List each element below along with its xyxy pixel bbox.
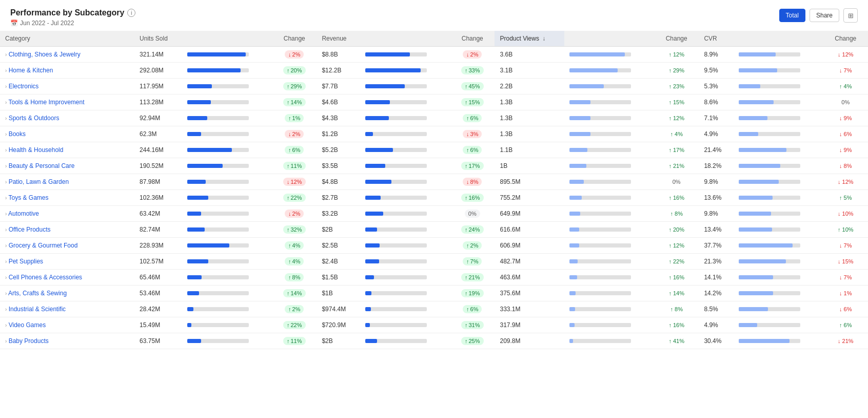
revenue-bar xyxy=(360,79,450,94)
cvr-change-text: ↓ 10% xyxy=(823,206,868,222)
col-header-product-views[interactable]: Product Views ↓ xyxy=(495,31,564,47)
units-sold-bar xyxy=(182,301,272,317)
cvr-change-text: ↓ 12% xyxy=(823,47,868,63)
revenue-value: $4.6B xyxy=(317,94,360,110)
table-row: › Office Products 82.74M ↑ 32% $2B ↑ 24%… xyxy=(0,222,868,238)
revenue-value: $3.2B xyxy=(317,206,360,222)
revenue-change-badge: ↑ 2% xyxy=(450,238,495,254)
cvr-change-text: ↓ 6% xyxy=(823,301,868,317)
cvr-change-text: ↓ 7% xyxy=(823,270,868,286)
arrow-down-icon: ↓ xyxy=(287,179,290,185)
category-cell[interactable]: › Sports & Outdoors xyxy=(0,110,134,126)
cvr-value: 9.8% xyxy=(699,174,733,190)
category-cell[interactable]: › Patio, Lawn & Garden xyxy=(0,174,134,190)
revenue-change-badge: ↑ 24% xyxy=(450,222,495,238)
table-row: › Arts, Crafts & Sewing 53.46M ↑ 14% $1B… xyxy=(0,286,868,301)
arrow-down-icon: ↓ xyxy=(288,211,291,217)
category-cell[interactable]: › Clothing, Shoes & Jewelry xyxy=(0,47,134,63)
chevron-right-icon: › xyxy=(5,338,7,344)
cvr-change-text: ↓ 21% xyxy=(823,333,868,349)
category-cell[interactable]: › Home & Kitchen xyxy=(0,63,134,79)
revenue-bar xyxy=(360,142,450,158)
units-sold-value: 113.28M xyxy=(134,94,182,110)
product-views-bar xyxy=(564,222,654,238)
units-sold-value: 92.94M xyxy=(134,110,182,126)
units-change-badge: ↑ 1% xyxy=(272,110,317,126)
cvr-change-text: ↓ 8% xyxy=(823,158,868,174)
revenue-bar xyxy=(360,47,450,63)
arrow-up-icon: ↑ xyxy=(288,115,291,121)
cvr-change-text: ↑ 4% xyxy=(823,79,868,94)
cvr-bar xyxy=(734,333,823,349)
units-change-badge: ↑ 29% xyxy=(272,79,317,94)
cvr-value: 7.1% xyxy=(699,110,733,126)
chevron-right-icon: › xyxy=(5,68,7,73)
cvr-value: 8.6% xyxy=(699,94,733,110)
category-cell[interactable]: › Cell Phones & Accessories xyxy=(0,270,134,286)
category-cell[interactable]: › Office Products xyxy=(0,222,134,238)
pv-change-text: ↑ 16% xyxy=(654,190,699,206)
units-change-badge: ↑ 11% xyxy=(272,333,317,349)
category-cell[interactable]: › Industrial & Scientific xyxy=(0,301,134,317)
units-sold-bar xyxy=(182,126,272,142)
revenue-bar xyxy=(360,254,450,270)
cvr-change-text: ↓ 1% xyxy=(823,286,868,301)
category-cell[interactable]: › Baby Products xyxy=(0,333,134,349)
units-sold-bar xyxy=(182,79,272,94)
chevron-right-icon: › xyxy=(5,147,7,153)
revenue-change-badge: ↑ 33% xyxy=(450,63,495,79)
chevron-right-icon: › xyxy=(5,163,7,169)
table-row: › Tools & Home Improvement 113.28M ↑ 14%… xyxy=(0,94,868,110)
arrow-down-icon: ↓ xyxy=(288,131,291,137)
category-cell[interactable]: › Pet Supplies xyxy=(0,254,134,270)
cvr-bar xyxy=(734,110,823,126)
cvr-bar xyxy=(734,63,823,79)
units-sold-value: 87.98M xyxy=(134,174,182,190)
chevron-right-icon: › xyxy=(5,131,7,137)
product-views-value: 1.3B xyxy=(495,110,564,126)
chevron-right-icon: › xyxy=(5,227,7,233)
units-sold-bar xyxy=(182,94,272,110)
chevron-right-icon: › xyxy=(5,211,7,217)
revenue-value: $2.7B xyxy=(317,190,360,206)
arrow-up-icon: ↑ xyxy=(287,83,290,89)
category-cell[interactable]: › Beauty & Personal Care xyxy=(0,158,134,174)
page-title: Performance by Subcategory xyxy=(10,8,124,17)
table-row: › Electronics 117.95M ↑ 29% $7.7B ↑ 45% … xyxy=(0,79,868,94)
pv-change-text: ↑ 16% xyxy=(654,317,699,333)
arrow-up-icon: ↑ xyxy=(465,226,468,233)
units-change-badge: ↑ 32% xyxy=(272,222,317,238)
cvr-value: 8.9% xyxy=(699,47,733,63)
units-sold-bar xyxy=(182,238,272,254)
arrow-up-icon: ↑ xyxy=(287,67,290,73)
category-cell[interactable]: › Arts, Crafts & Sewing xyxy=(0,286,134,301)
chevron-right-icon: › xyxy=(5,275,7,280)
revenue-change-badge: ↑ 15% xyxy=(450,94,495,110)
share-button[interactable]: Share xyxy=(810,9,839,22)
info-icon[interactable]: i xyxy=(127,9,135,17)
units-change-badge: ↑ 2% xyxy=(272,301,317,317)
category-cell[interactable]: › Toys & Games xyxy=(0,190,134,206)
arrow-up-icon: ↑ xyxy=(287,195,290,201)
product-views-value: 649.9M xyxy=(495,206,564,222)
arrow-up-icon: ↑ xyxy=(465,322,468,328)
product-views-bar xyxy=(564,190,654,206)
product-views-bar xyxy=(564,158,654,174)
category-cell[interactable]: › Books xyxy=(0,126,134,142)
product-views-value: 1.3B xyxy=(495,94,564,110)
total-button[interactable]: Total xyxy=(779,9,805,22)
export-excel-button[interactable]: ⊞ xyxy=(843,8,858,23)
units-sold-bar xyxy=(182,158,272,174)
units-sold-value: 244.16M xyxy=(134,142,182,158)
chevron-right-icon: › xyxy=(5,84,7,89)
category-cell[interactable]: › Automotive xyxy=(0,206,134,222)
table-row: › Books 62.3M ↓ 2% $1.2B ↓ 3% 1.3B ↑ 4% … xyxy=(0,126,868,142)
cvr-bar xyxy=(734,286,823,301)
category-cell[interactable]: › Video Games xyxy=(0,317,134,333)
cvr-bar xyxy=(734,126,823,142)
category-cell[interactable]: › Health & Household xyxy=(0,142,134,158)
category-cell[interactable]: › Tools & Home Improvement xyxy=(0,94,134,110)
revenue-bar xyxy=(360,286,450,301)
category-cell[interactable]: › Grocery & Gourmet Food xyxy=(0,238,134,254)
category-cell[interactable]: › Electronics xyxy=(0,79,134,94)
